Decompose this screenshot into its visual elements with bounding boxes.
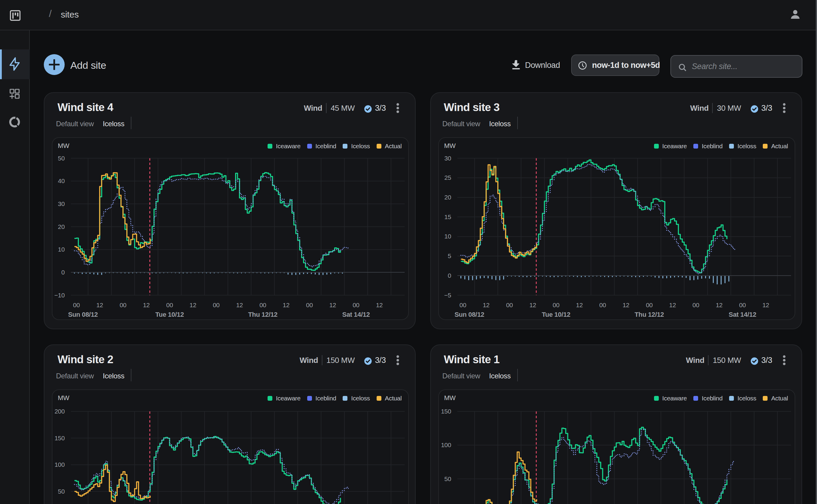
svg-text:Tue 10/12: Tue 10/12 bbox=[155, 311, 184, 318]
svg-text:10: 10 bbox=[58, 246, 65, 253]
svg-text:−5: −5 bbox=[444, 292, 451, 299]
svg-text:00: 00 bbox=[166, 302, 173, 308]
svg-text:12: 12 bbox=[483, 302, 489, 308]
svg-text:00: 00 bbox=[646, 302, 653, 308]
svg-text:00: 00 bbox=[119, 302, 126, 308]
svg-text:00: 00 bbox=[506, 302, 513, 308]
svg-text:12: 12 bbox=[762, 302, 769, 308]
svg-text:30: 30 bbox=[444, 155, 451, 162]
svg-text:12: 12 bbox=[529, 302, 536, 308]
svg-text:50: 50 bbox=[58, 488, 65, 495]
svg-text:12: 12 bbox=[576, 302, 583, 308]
svg-text:12: 12 bbox=[96, 302, 103, 308]
svg-text:100: 100 bbox=[441, 441, 451, 448]
svg-text:12: 12 bbox=[143, 302, 150, 308]
svg-text:00: 00 bbox=[260, 302, 266, 308]
svg-text:00: 00 bbox=[353, 302, 359, 308]
svg-text:Thu 12/12: Thu 12/12 bbox=[248, 311, 278, 318]
svg-text:00: 00 bbox=[306, 302, 313, 308]
svg-text:20: 20 bbox=[444, 194, 451, 201]
svg-text:10: 10 bbox=[444, 233, 451, 240]
svg-text:100: 100 bbox=[54, 461, 65, 468]
svg-text:Sun 08/12: Sun 08/12 bbox=[454, 311, 484, 318]
svg-text:0: 0 bbox=[448, 272, 451, 279]
svg-text:50: 50 bbox=[444, 475, 451, 482]
svg-text:40: 40 bbox=[58, 177, 65, 184]
svg-text:50: 50 bbox=[58, 155, 65, 162]
svg-text:00: 00 bbox=[693, 302, 699, 308]
svg-text:12: 12 bbox=[376, 302, 383, 308]
svg-text:5: 5 bbox=[448, 252, 451, 259]
svg-text:12: 12 bbox=[716, 302, 723, 308]
svg-text:00: 00 bbox=[213, 302, 220, 308]
svg-text:00: 00 bbox=[739, 302, 746, 308]
svg-text:30: 30 bbox=[58, 200, 65, 207]
svg-text:20: 20 bbox=[58, 223, 65, 230]
svg-text:−10: −10 bbox=[54, 292, 65, 299]
svg-text:150: 150 bbox=[441, 408, 451, 415]
svg-text:12: 12 bbox=[329, 302, 336, 308]
svg-text:12: 12 bbox=[669, 302, 676, 308]
svg-text:00: 00 bbox=[552, 302, 559, 308]
svg-text:15: 15 bbox=[444, 213, 451, 220]
svg-text:200: 200 bbox=[54, 408, 65, 415]
svg-text:00: 00 bbox=[459, 302, 466, 308]
svg-text:Tue 10/12: Tue 10/12 bbox=[542, 311, 570, 318]
svg-text:00: 00 bbox=[73, 302, 80, 308]
svg-text:12: 12 bbox=[236, 302, 243, 308]
svg-text:00: 00 bbox=[599, 302, 606, 308]
svg-text:Sat 14/12: Sat 14/12 bbox=[342, 311, 370, 318]
svg-text:Sun 08/12: Sun 08/12 bbox=[68, 311, 98, 318]
svg-text:0: 0 bbox=[61, 269, 65, 276]
svg-text:12: 12 bbox=[189, 302, 196, 308]
svg-text:Sat 14/12: Sat 14/12 bbox=[729, 311, 756, 318]
svg-text:12: 12 bbox=[623, 302, 629, 308]
svg-text:12: 12 bbox=[283, 302, 290, 308]
svg-text:150: 150 bbox=[54, 435, 65, 441]
svg-text:25: 25 bbox=[444, 174, 451, 181]
svg-text:Thu 12/12: Thu 12/12 bbox=[635, 311, 664, 318]
